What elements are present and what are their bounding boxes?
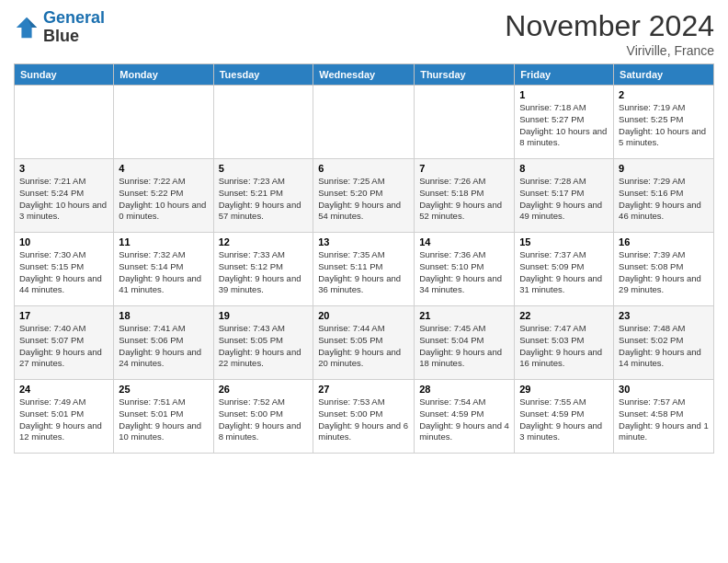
calendar-cell <box>15 86 114 159</box>
day-info: Sunrise: 7:47 AM Sunset: 5:03 PM Dayligh… <box>519 323 609 370</box>
calendar-cell: 23Sunrise: 7:48 AM Sunset: 5:02 PM Dayli… <box>614 306 714 380</box>
logo-icon <box>14 15 40 40</box>
calendar-header-row: SundayMondayTuesdayWednesdayThursdayFrid… <box>15 64 714 86</box>
day-number: 12 <box>219 236 309 247</box>
calendar-week-5: 24Sunrise: 7:49 AM Sunset: 5:01 PM Dayli… <box>15 380 714 454</box>
day-number: 1 <box>519 89 609 100</box>
day-number: 22 <box>519 310 609 321</box>
calendar-cell: 19Sunrise: 7:43 AM Sunset: 5:05 PM Dayli… <box>213 306 313 380</box>
day-info: Sunrise: 7:55 AM Sunset: 4:59 PM Dayligh… <box>519 396 609 443</box>
day-info: Sunrise: 7:41 AM Sunset: 5:06 PM Dayligh… <box>119 323 208 370</box>
day-number: 14 <box>419 236 509 247</box>
day-number: 21 <box>419 310 509 321</box>
day-info: Sunrise: 7:19 AM Sunset: 5:25 PM Dayligh… <box>619 102 709 149</box>
day-number: 19 <box>219 310 309 321</box>
weekday-header-saturday: Saturday <box>614 64 714 86</box>
calendar-cell: 6Sunrise: 7:25 AM Sunset: 5:20 PM Daylig… <box>313 159 415 233</box>
day-info: Sunrise: 7:22 AM Sunset: 5:22 PM Dayligh… <box>119 176 208 223</box>
calendar-table: SundayMondayTuesdayWednesdayThursdayFrid… <box>14 63 714 454</box>
calendar-cell: 4Sunrise: 7:22 AM Sunset: 5:22 PM Daylig… <box>114 159 213 233</box>
calendar-cell: 22Sunrise: 7:47 AM Sunset: 5:03 PM Dayli… <box>515 306 614 380</box>
calendar-cell: 3Sunrise: 7:21 AM Sunset: 5:24 PM Daylig… <box>15 159 114 233</box>
day-info: Sunrise: 7:45 AM Sunset: 5:04 PM Dayligh… <box>419 323 509 370</box>
day-number: 15 <box>519 236 609 247</box>
day-number: 30 <box>619 384 709 395</box>
calendar-cell: 26Sunrise: 7:52 AM Sunset: 5:00 PM Dayli… <box>213 380 313 454</box>
calendar-cell: 5Sunrise: 7:23 AM Sunset: 5:21 PM Daylig… <box>213 159 313 233</box>
location: Viriville, France <box>505 43 714 58</box>
calendar-cell: 8Sunrise: 7:28 AM Sunset: 5:17 PM Daylig… <box>515 159 614 233</box>
calendar-cell: 24Sunrise: 7:49 AM Sunset: 5:01 PM Dayli… <box>15 380 114 454</box>
day-number: 4 <box>119 163 208 174</box>
calendar-cell: 18Sunrise: 7:41 AM Sunset: 5:06 PM Dayli… <box>114 306 213 380</box>
main-container: General Blue November 2024 Viriville, Fr… <box>0 0 728 563</box>
month-title: November 2024 <box>505 9 714 43</box>
calendar-cell <box>114 86 213 159</box>
day-number: 5 <box>219 163 309 174</box>
calendar-cell: 29Sunrise: 7:55 AM Sunset: 4:59 PM Dayli… <box>515 380 614 454</box>
calendar-week-3: 10Sunrise: 7:30 AM Sunset: 5:15 PM Dayli… <box>15 233 714 306</box>
day-info: Sunrise: 7:53 AM Sunset: 5:00 PM Dayligh… <box>318 396 409 443</box>
calendar-cell: 11Sunrise: 7:32 AM Sunset: 5:14 PM Dayli… <box>114 233 213 306</box>
logo: General Blue <box>14 9 105 46</box>
calendar-body: 1Sunrise: 7:18 AM Sunset: 5:27 PM Daylig… <box>15 86 714 454</box>
calendar-cell: 12Sunrise: 7:33 AM Sunset: 5:12 PM Dayli… <box>213 233 313 306</box>
weekday-header-tuesday: Tuesday <box>213 64 313 86</box>
weekday-header-wednesday: Wednesday <box>313 64 415 86</box>
day-info: Sunrise: 7:52 AM Sunset: 5:00 PM Dayligh… <box>219 396 309 443</box>
day-number: 8 <box>519 163 609 174</box>
day-number: 18 <box>119 310 208 321</box>
calendar-cell: 1Sunrise: 7:18 AM Sunset: 5:27 PM Daylig… <box>515 86 614 159</box>
day-number: 9 <box>619 163 709 174</box>
day-number: 11 <box>119 236 208 247</box>
day-info: Sunrise: 7:35 AM Sunset: 5:11 PM Dayligh… <box>318 249 409 296</box>
title-block: November 2024 Viriville, France <box>505 9 714 58</box>
day-info: Sunrise: 7:33 AM Sunset: 5:12 PM Dayligh… <box>219 249 309 296</box>
day-number: 2 <box>619 89 709 100</box>
day-number: 29 <box>519 384 609 395</box>
calendar-cell: 21Sunrise: 7:45 AM Sunset: 5:04 PM Dayli… <box>415 306 515 380</box>
calendar-cell: 16Sunrise: 7:39 AM Sunset: 5:08 PM Dayli… <box>614 233 714 306</box>
day-number: 10 <box>19 236 108 247</box>
weekday-header-thursday: Thursday <box>415 64 515 86</box>
logo-text: General Blue <box>43 9 105 46</box>
calendar-cell: 13Sunrise: 7:35 AM Sunset: 5:11 PM Dayli… <box>313 233 415 306</box>
calendar-cell: 2Sunrise: 7:19 AM Sunset: 5:25 PM Daylig… <box>614 86 714 159</box>
day-info: Sunrise: 7:25 AM Sunset: 5:20 PM Dayligh… <box>318 176 409 223</box>
day-info: Sunrise: 7:36 AM Sunset: 5:10 PM Dayligh… <box>419 249 509 296</box>
day-info: Sunrise: 7:40 AM Sunset: 5:07 PM Dayligh… <box>19 323 108 370</box>
day-info: Sunrise: 7:21 AM Sunset: 5:24 PM Dayligh… <box>19 176 108 223</box>
calendar-cell: 28Sunrise: 7:54 AM Sunset: 4:59 PM Dayli… <box>415 380 515 454</box>
calendar-week-1: 1Sunrise: 7:18 AM Sunset: 5:27 PM Daylig… <box>15 86 714 159</box>
calendar-cell <box>415 86 515 159</box>
day-info: Sunrise: 7:54 AM Sunset: 4:59 PM Dayligh… <box>419 396 509 443</box>
day-info: Sunrise: 7:23 AM Sunset: 5:21 PM Dayligh… <box>219 176 309 223</box>
day-number: 6 <box>318 163 409 174</box>
day-number: 20 <box>318 310 409 321</box>
calendar-cell: 30Sunrise: 7:57 AM Sunset: 4:58 PM Dayli… <box>614 380 714 454</box>
day-info: Sunrise: 7:26 AM Sunset: 5:18 PM Dayligh… <box>419 176 509 223</box>
day-number: 28 <box>419 384 509 395</box>
day-info: Sunrise: 7:29 AM Sunset: 5:16 PM Dayligh… <box>619 176 709 223</box>
weekday-header-friday: Friday <box>515 64 614 86</box>
day-info: Sunrise: 7:51 AM Sunset: 5:01 PM Dayligh… <box>119 396 208 443</box>
day-info: Sunrise: 7:44 AM Sunset: 5:05 PM Dayligh… <box>318 323 409 370</box>
day-number: 3 <box>19 163 108 174</box>
day-info: Sunrise: 7:37 AM Sunset: 5:09 PM Dayligh… <box>519 249 609 296</box>
weekday-header-monday: Monday <box>114 64 213 86</box>
day-info: Sunrise: 7:32 AM Sunset: 5:14 PM Dayligh… <box>119 249 208 296</box>
calendar-cell <box>313 86 415 159</box>
calendar-cell: 14Sunrise: 7:36 AM Sunset: 5:10 PM Dayli… <box>415 233 515 306</box>
day-info: Sunrise: 7:28 AM Sunset: 5:17 PM Dayligh… <box>519 176 609 223</box>
calendar-cell: 10Sunrise: 7:30 AM Sunset: 5:15 PM Dayli… <box>15 233 114 306</box>
day-number: 27 <box>318 384 409 395</box>
calendar-cell: 27Sunrise: 7:53 AM Sunset: 5:00 PM Dayli… <box>313 380 415 454</box>
day-number: 26 <box>219 384 309 395</box>
calendar-week-2: 3Sunrise: 7:21 AM Sunset: 5:24 PM Daylig… <box>15 159 714 233</box>
day-info: Sunrise: 7:18 AM Sunset: 5:27 PM Dayligh… <box>519 102 609 149</box>
day-info: Sunrise: 7:39 AM Sunset: 5:08 PM Dayligh… <box>619 249 709 296</box>
calendar-cell: 17Sunrise: 7:40 AM Sunset: 5:07 PM Dayli… <box>15 306 114 380</box>
day-info: Sunrise: 7:30 AM Sunset: 5:15 PM Dayligh… <box>19 249 108 296</box>
calendar-cell: 25Sunrise: 7:51 AM Sunset: 5:01 PM Dayli… <box>114 380 213 454</box>
day-info: Sunrise: 7:57 AM Sunset: 4:58 PM Dayligh… <box>619 396 709 443</box>
